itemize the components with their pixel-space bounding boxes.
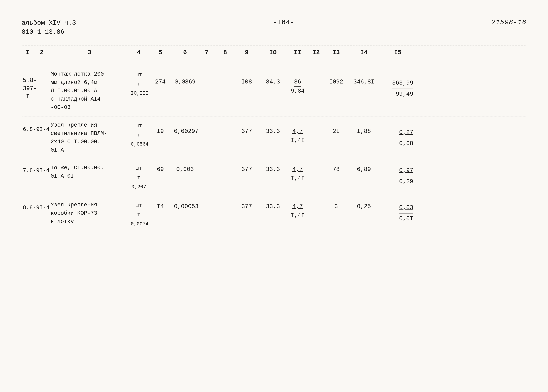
row-col5-2: I9: [148, 121, 173, 135]
row-col11-1: 36 9,84: [287, 70, 308, 95]
row-col15-4: 0,03 0,0I: [379, 201, 416, 224]
row-unit-1: шт т IO,III: [130, 70, 148, 98]
row-col9-2: 377: [234, 121, 259, 135]
row-col6-2: 0,00297: [173, 121, 197, 135]
col-header-7: 7: [197, 49, 216, 56]
row-id-4: 8.8-9I-4: [22, 201, 34, 212]
col-header-12: I2: [308, 49, 324, 56]
row-col14-1: 346,8I: [348, 70, 379, 86]
document-number: 810-1-13.86: [22, 28, 76, 37]
row-col14-4: 0,25: [348, 201, 379, 210]
col-header-15: I5: [379, 49, 416, 56]
row-col10-2: 33,3: [259, 121, 287, 135]
col-header-1: I: [22, 49, 34, 56]
row-desc-4: Узел креплениякоробки КОР-73к лотку: [49, 201, 130, 226]
row-col15-2: 0,27 0,08: [379, 121, 416, 149]
row-col11-3: 4,7 I,4I: [287, 164, 308, 182]
row-col5-4: I4: [148, 201, 173, 210]
row-col6-4: 0,00053: [173, 201, 197, 210]
row-desc-2: Узел креплениясветильника ПВЛМ-2х40 С I.…: [49, 121, 130, 154]
col-header-10: IO: [259, 49, 287, 56]
row-col11-2: 4,7 I,4I: [287, 121, 308, 145]
row-id-2: 6.8-9I-4: [22, 121, 34, 133]
row-col15-3: 0,97 0,29: [379, 164, 416, 187]
album-ref: альбом XIV ч.3: [22, 19, 76, 28]
row-col9-4: 377: [234, 201, 259, 210]
row-col10-1: 34,3: [259, 70, 287, 86]
row-col5-3: 69: [148, 164, 173, 174]
row-desc-1: Монтаж лотка 200мм длиной 6,4мЛ I.00.01.…: [49, 70, 130, 112]
col-header-9: 9: [234, 49, 259, 56]
page-header: альбом XIV ч.3 810-1-13.86 -I64- 21598-1…: [22, 19, 526, 37]
col-header-6: 6: [173, 49, 197, 56]
col-header-13: I3: [324, 49, 348, 56]
row-col5-1: 274: [148, 70, 173, 86]
col-header-4: 4: [130, 49, 148, 56]
col-header-8: 8: [216, 49, 234, 56]
header-left: альбом XIV ч.3 810-1-13.86: [22, 19, 76, 37]
row-col9-3: 377: [234, 164, 259, 174]
row-col13-1: I092: [324, 70, 348, 86]
document-page: альбом XIV ч.3 810-1-13.86 -I64- 21598-1…: [0, 0, 548, 392]
row-col6-3: 0,003: [173, 164, 197, 174]
row-id-3: 7.8-9I-4: [22, 164, 34, 175]
row-col11-4: 4,7 I,4I: [287, 201, 308, 220]
col-header-14: I4: [348, 49, 379, 56]
row-col13-3: 78: [324, 164, 348, 174]
table-row: 6.8-9I-4 Узел креплениясветильника ПВЛМ-…: [22, 116, 526, 159]
row-unit-2: шт т 0,0564: [130, 121, 148, 149]
row-col13-2: 2I: [324, 121, 348, 135]
col-header-11: II: [287, 49, 308, 56]
row-col14-2: I,88: [348, 121, 379, 135]
row-unit-3: шт т 0,207: [130, 164, 148, 191]
row-col6-1: 0,0369: [173, 70, 197, 86]
row-col14-3: 6,89: [348, 164, 379, 174]
row-desc-3: То же, СI.00.00.0I.А-0I: [49, 164, 130, 180]
row-col10-3: 33,3: [259, 164, 287, 174]
table-column-headers: I 2 3 4 5 6 7 8 9 IO II I2 I3 I4 I5: [22, 46, 526, 59]
row-col9-1: I08: [234, 70, 259, 86]
table-row: 8.8-9I-4 Узел креплениякоробки КОР-73к л…: [22, 196, 526, 233]
row-col15-1: 363,99 99,49: [379, 70, 416, 99]
table-row: 5.8-397-I Монтаж лотка 200мм длиной 6,4м…: [22, 65, 526, 116]
doc-code: 21598-16: [491, 19, 526, 26]
col-header-2: 2: [34, 49, 49, 56]
row-col10-4: 33,3: [259, 201, 287, 210]
table-row: 7.8-9I-4 То же, СI.00.00.0I.А-0I шт т 0,…: [22, 159, 526, 196]
data-table: 5.8-397-I Монтаж лотка 200мм длиной 6,4м…: [22, 65, 526, 233]
row-id-1: 5.8-397-I: [22, 70, 34, 101]
row-unit-4: шт т 0,0074: [130, 201, 148, 229]
row-col13-4: 3: [324, 201, 348, 210]
page-number: -I64-: [273, 19, 295, 26]
col-header-3: 3: [49, 49, 130, 56]
col-header-5: 5: [148, 49, 173, 56]
